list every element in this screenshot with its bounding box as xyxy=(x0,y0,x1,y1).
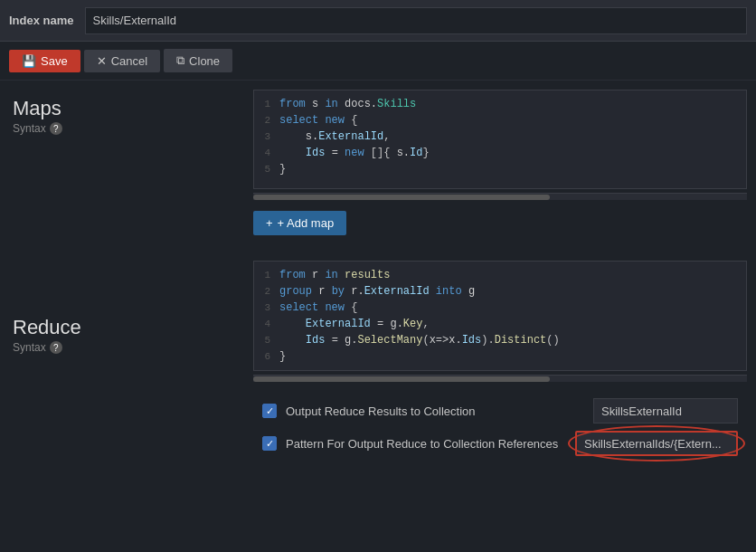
index-name-input[interactable] xyxy=(85,7,747,34)
right-panel: 1 from s in docs.Skills 2 select new { 3… xyxy=(244,81,756,465)
left-panel: Maps Syntax ? Reduce Syntax ? xyxy=(0,81,244,465)
reduce-line-6: 6 } xyxy=(254,348,746,365)
maps-line-1: 1 from s in docs.Skills xyxy=(254,96,746,112)
pattern-input-wrapper xyxy=(575,431,738,456)
maps-syntax-help[interactable]: ? xyxy=(50,122,62,135)
maps-line-5: 5 } xyxy=(254,161,746,177)
options-section: Output Reduce Results to Collection Patt… xyxy=(253,389,747,465)
reduce-code-editor[interactable]: 1 from r in results 2 group r by r.Exter… xyxy=(253,261,747,371)
pattern-input[interactable] xyxy=(575,431,738,456)
toolbar: 💾 Save ✕ Cancel ⧉ Clone xyxy=(0,42,756,81)
reduce-title: Reduce xyxy=(13,316,232,339)
header-bar: Index name xyxy=(0,0,756,42)
output-reduce-checkbox[interactable] xyxy=(262,404,277,418)
maps-title: Maps xyxy=(13,97,232,120)
pattern-label: Pattern For Output Reduce to Collection … xyxy=(286,437,566,451)
clone-icon: ⧉ xyxy=(176,53,184,68)
maps-line-3: 3 s.ExternalId, xyxy=(254,128,746,145)
maps-section: Maps Syntax ? xyxy=(13,97,232,135)
add-map-icon: + xyxy=(266,216,273,230)
maps-line-2: 2 select new { xyxy=(254,112,746,128)
cancel-icon: ✕ xyxy=(97,54,107,68)
reduce-syntax-help[interactable]: ? xyxy=(50,341,62,354)
reduce-syntax-label: Syntax ? xyxy=(13,341,232,354)
add-map-label: + Add map xyxy=(278,216,335,230)
maps-syntax-label: Syntax ? xyxy=(13,122,232,135)
output-reduce-input[interactable] xyxy=(593,398,738,424)
output-reduce-label: Output Reduce Results to Collection xyxy=(286,404,584,418)
reduce-line-5: 5 Ids = g.SelectMany(x=>x.Ids).Distinct(… xyxy=(254,332,746,348)
clone-button[interactable]: ⧉ Clone xyxy=(164,49,232,72)
maps-scrollbar[interactable] xyxy=(253,193,747,200)
reduce-line-1: 1 from r in results xyxy=(254,267,746,283)
index-name-label: Index name xyxy=(9,14,74,27)
save-button[interactable]: 💾 Save xyxy=(9,50,80,72)
reduce-scrollbar[interactable] xyxy=(253,375,747,382)
pattern-row: Pattern For Output Reduce to Collection … xyxy=(253,431,747,456)
maps-line-4: 4 Ids = new []{ s.Id} xyxy=(254,145,746,161)
reduce-section-label: Reduce Syntax ? xyxy=(13,316,232,354)
main-layout: Maps Syntax ? Reduce Syntax ? 1 from s xyxy=(0,81,756,465)
add-map-button[interactable]: + + Add map xyxy=(253,211,346,235)
reduce-line-2: 2 group r by r.ExternalId into g xyxy=(254,283,746,300)
maps-code-editor[interactable]: 1 from s in docs.Skills 2 select new { 3… xyxy=(253,90,747,189)
reduce-line-3: 3 select new { xyxy=(254,300,746,316)
save-icon: 💾 xyxy=(22,54,36,68)
cancel-button[interactable]: ✕ Cancel xyxy=(84,50,160,72)
pattern-checkbox[interactable] xyxy=(262,436,277,451)
reduce-line-4: 4 ExternalId = g.Key, xyxy=(254,316,746,332)
output-reduce-row: Output Reduce Results to Collection xyxy=(253,398,747,424)
